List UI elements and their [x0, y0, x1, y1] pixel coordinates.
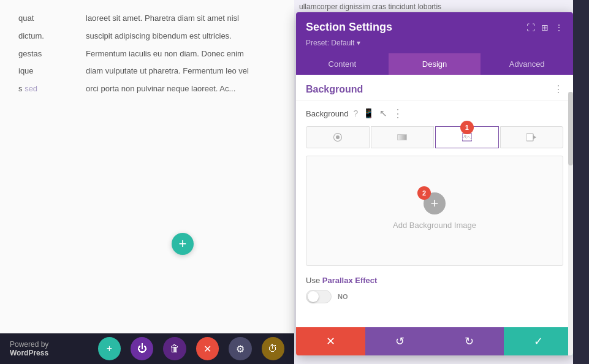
settings-button[interactable]: ⚙	[229, 337, 251, 360]
toggle-knob	[308, 291, 319, 302]
tab-design[interactable]: Design	[389, 53, 481, 75]
right-col-text: suscipit adipiscing bibendum est ultrici…	[86, 30, 249, 43]
panel-header-icons: ⛶ ⊞ ⋮	[526, 23, 563, 32]
tab-content[interactable]: Content	[296, 53, 389, 75]
bottom-bar: Powered by WordPress + ⏻ 🗑 ✕ ⚙ ⏱	[0, 333, 294, 364]
toggle-label: NO	[338, 293, 348, 300]
dots-icon[interactable]: ⋮	[392, 107, 403, 120]
bg-label: Background	[306, 109, 348, 118]
parallax-row: Use Parallax Effect NO	[296, 276, 573, 311]
brand-name: WordPress	[10, 349, 48, 357]
panel-footer: ✕ ↺ ↻ ✓	[296, 327, 573, 355]
right-col-text: orci porta non pulvinar neque laoreet. A…	[86, 83, 249, 96]
redo-button[interactable]: ↻	[435, 327, 504, 355]
left-col-text: dictum.	[18, 30, 67, 43]
left-col-text: gestas	[18, 48, 67, 61]
step-badge-2: 2	[417, 186, 431, 200]
tab-advanced[interactable]: Advanced	[481, 53, 573, 75]
bg-type-image[interactable]: 1	[435, 126, 499, 148]
panel-preset[interactable]: Preset: Default	[306, 39, 563, 47]
left-col-text: quat	[18, 12, 67, 25]
panel-header: Section Settings ⛶ ⊞ ⋮ Preset: Default	[296, 12, 573, 53]
section-more-icon[interactable]: ⋮	[553, 83, 563, 95]
settings-panel: Section Settings ⛶ ⊞ ⋮ Preset: Default C…	[296, 12, 573, 355]
scrollbar-thumb[interactable]	[568, 92, 573, 165]
expand-icon[interactable]: ⛶	[526, 23, 535, 32]
close-button[interactable]: ✕	[196, 337, 219, 360]
powered-by-text: Powered by WordPress	[10, 340, 88, 357]
section-heading-title: Background	[306, 84, 363, 95]
right-col-text: Fermentum iaculis eu non diam. Donec eni…	[86, 48, 249, 61]
bg-type-row: 1	[296, 126, 573, 156]
section-heading: Background ⋮	[296, 75, 573, 100]
help-icon[interactable]: ?	[353, 108, 358, 118]
save-button[interactable]: ✓	[504, 327, 573, 355]
timer-button[interactable]: ⏱	[262, 337, 284, 360]
power-button[interactable]: ⏻	[131, 337, 153, 360]
parallax-toggle[interactable]	[306, 290, 332, 303]
left-col-text: s sed	[18, 83, 67, 96]
phone-icon[interactable]: 📱	[363, 108, 374, 119]
right-col-text: diam vulputate ut pharetra. Fermentum le…	[86, 65, 249, 78]
step-badge-1: 1	[460, 121, 474, 134]
trash-button[interactable]: 🗑	[163, 337, 186, 360]
add-button[interactable]: +	[98, 337, 121, 360]
svg-rect-2	[398, 135, 406, 140]
panel-tabs: Content Design Advanced	[296, 53, 573, 75]
columns-icon[interactable]: ⊞	[541, 23, 549, 32]
cancel-button[interactable]: ✕	[296, 327, 365, 355]
top-bar-text: ullamcorper dignissim cras tincidunt lob…	[299, 2, 441, 11]
image-upload-area[interactable]: 2 + Add Background Image	[306, 156, 563, 266]
right-sidebar	[573, 0, 589, 364]
svg-rect-5	[526, 134, 533, 141]
bg-type-color[interactable]	[306, 126, 370, 148]
page-background: quat dictum. gestas ique s sed laoreet s…	[0, 0, 294, 364]
panel-body: Background ⋮ Background ? 📱 ↖ ⋮	[296, 75, 573, 327]
parallax-colored: Parallax Effect	[322, 276, 378, 285]
more-icon[interactable]: ⋮	[555, 23, 563, 32]
upload-label: Add Background Image	[393, 221, 476, 230]
bg-type-gradient[interactable]	[371, 126, 435, 148]
parallax-label: Use Parallax Effect	[306, 276, 377, 285]
scrollbar-track[interactable]	[568, 92, 573, 355]
undo-button[interactable]: ↺	[365, 327, 435, 355]
upload-plus-button[interactable]: 2 +	[424, 192, 446, 214]
cursor-icon[interactable]: ↖	[379, 108, 387, 119]
add-section-button[interactable]: +	[172, 233, 194, 255]
right-col-text: laoreet sit amet. Pharetra diam sit amet…	[86, 12, 249, 25]
bg-controls-row: Background ? 📱 ↖ ⋮	[296, 100, 573, 126]
top-bar: ullamcorper dignissim cras tincidunt lob…	[294, 0, 589, 12]
left-col-text: ique	[18, 65, 67, 78]
svg-point-0	[336, 135, 340, 139]
panel-title: Section Settings	[306, 21, 392, 34]
bg-type-video[interactable]	[500, 126, 564, 148]
preset-label[interactable]: Preset: Default	[306, 39, 360, 47]
